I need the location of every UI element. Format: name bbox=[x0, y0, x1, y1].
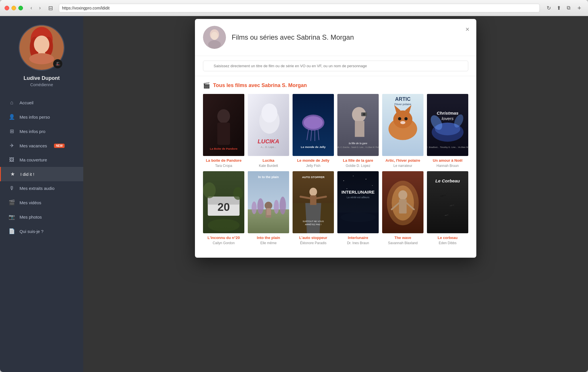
svg-point-19 bbox=[262, 103, 277, 122]
film-card-8[interactable]: In to the plain Into the plain Elle même bbox=[248, 171, 289, 245]
film-poster-4: la fille de la gare Doroth. C. Esecha...… bbox=[337, 94, 379, 156]
svg-rect-70 bbox=[266, 208, 271, 215]
film-role-7: Cailyn Gordon bbox=[203, 241, 244, 245]
svg-rect-76 bbox=[310, 195, 316, 205]
sidebar-item-accueil[interactable]: ⌂ Accueil bbox=[0, 96, 83, 110]
sidebar-item-qui-suis-je[interactable]: 📄 Qui suis-je ? bbox=[0, 224, 83, 238]
film-poster-12: Le Corbeau bbox=[427, 171, 468, 233]
film-card-2[interactable]: LUCIKA A... D. Lope... Lucika Kate Burde… bbox=[248, 94, 289, 168]
section-title: Tous les films avec Sabrina S. Morgan bbox=[213, 82, 307, 88]
microphone-icon: 🎙 bbox=[9, 185, 15, 191]
film-role-6: Hannah Bruun bbox=[427, 164, 468, 168]
sidebar-nav: ⌂ Accueil 👤 Mes infos perso ⊞ Mes infos … bbox=[0, 96, 83, 238]
modal-title: Films ou séries avec Sabrina S. Morgan bbox=[232, 33, 354, 41]
film-card-12[interactable]: Le Corbeau Le corbeau Eden Dibbs bbox=[427, 171, 468, 245]
film-card-6[interactable]: Christmas lovers Dorothy C. Bradford... … bbox=[427, 94, 468, 168]
film-card-4[interactable]: la fille de la gare Doroth. C. Esecha...… bbox=[337, 94, 379, 168]
url-bar[interactable]: https://voxingpro.com/ldidit bbox=[59, 4, 540, 12]
svg-rect-96 bbox=[399, 199, 407, 213]
new-tab-button[interactable]: + bbox=[575, 3, 583, 13]
svg-text:lovers: lovers bbox=[442, 116, 454, 121]
sidebar-item-i-did-it[interactable]: ★ I did it ! bbox=[0, 167, 83, 181]
film-card-9[interactable]: AUTO STOPPER SURTOUT NE VOUS ARRÊTEZ PAS… bbox=[293, 171, 334, 245]
film-role-2: Kate Burdett bbox=[248, 164, 289, 168]
tabs-button[interactable]: ⧉ bbox=[566, 4, 572, 12]
sidebar-item-videos[interactable]: 🎬 Mes vidéos bbox=[0, 195, 83, 210]
film-card-1[interactable]: La Boite de Pandore La boite de Pandore … bbox=[203, 94, 244, 168]
sidebar-item-audio[interactable]: 🎙 Mes extraits audio bbox=[0, 181, 83, 195]
share-button[interactable]: ⬆ bbox=[556, 4, 562, 12]
svg-text:Doroth. C. Esecha... Sarah G. : Doroth. C. Esecha... Sarah G. Lore... V.… bbox=[337, 146, 379, 148]
url-text: https://voxingpro.com/ldidit bbox=[62, 6, 110, 10]
film-card-10[interactable]: INTERLUNAIRE La vérité est ailleurs Inte… bbox=[337, 171, 379, 245]
svg-point-61 bbox=[208, 219, 240, 232]
film-title-2: Lucika bbox=[248, 158, 289, 163]
film-title-9: L'auto stoppeur bbox=[293, 236, 334, 240]
browser-actions: ↻ ⬆ ⧉ bbox=[546, 4, 572, 12]
user-title: Comédienne bbox=[30, 82, 53, 87]
svg-text:La vérité est ailleurs: La vérité est ailleurs bbox=[347, 196, 370, 199]
svg-marker-74 bbox=[305, 203, 321, 233]
person-icon: 👤 bbox=[9, 114, 15, 120]
sidebar-label-infos-perso: Mes infos perso bbox=[20, 115, 50, 119]
sidebar-label-accueil: Accueil bbox=[20, 100, 33, 105]
svg-point-44 bbox=[400, 121, 405, 124]
svg-point-13 bbox=[217, 109, 230, 123]
svg-point-6 bbox=[29, 53, 54, 64]
svg-text:In to the plain: In to the plain bbox=[258, 175, 279, 179]
plane-icon: ✈ bbox=[9, 142, 15, 149]
svg-point-10 bbox=[208, 40, 221, 49]
svg-text:l'hiver polaire: l'hiver polaire bbox=[394, 103, 411, 106]
film-role-11: Savannah Blaxland bbox=[382, 241, 423, 245]
svg-point-83 bbox=[343, 180, 344, 181]
film-poster-8: In to the plain bbox=[248, 171, 289, 233]
sidebar-item-photos[interactable]: 📷 Mes photos bbox=[0, 210, 83, 224]
film-title-7: L'inconnu du n°20 bbox=[203, 236, 244, 240]
film-card-3[interactable]: Le monde de Jelly Le monde de Jelly Jell… bbox=[293, 94, 334, 168]
sidebar-label-i-did-it: I did it ! bbox=[20, 172, 34, 177]
sidebar-item-vacances[interactable]: ✈ Mes vacances NEW bbox=[0, 138, 83, 153]
film-poster-2: LUCIKA A... D. Lope... bbox=[248, 94, 289, 156]
modal-overlay: Films ou séries avec Sabrina S. Morgan ×… bbox=[83, 16, 588, 372]
svg-point-39 bbox=[393, 111, 412, 128]
sidebar: 🎩 Ludive Dupont Comédienne ⌂ Accueil 👤 M… bbox=[0, 16, 83, 372]
search-wrapper: 🔍 bbox=[203, 61, 468, 71]
film-poster-5: ARTIC l'hiver polaire bbox=[382, 94, 423, 156]
svg-point-43 bbox=[405, 117, 408, 120]
sidebar-label-videos: Mes vidéos bbox=[20, 200, 41, 205]
modal-search-area: 🔍 bbox=[195, 56, 476, 76]
film-poster-6: Christmas lovers Dorothy C. Bradford... … bbox=[427, 94, 468, 156]
minimize-window-button[interactable] bbox=[11, 6, 16, 10]
sidebar-item-infos-perso[interactable]: 👤 Mes infos perso bbox=[0, 110, 83, 124]
svg-point-75 bbox=[310, 188, 317, 196]
sidebar-label-vacances: Mes vacances bbox=[20, 143, 47, 148]
maximize-window-button[interactable] bbox=[18, 6, 23, 10]
film-title-10: Interlunaire bbox=[337, 236, 379, 240]
refresh-button[interactable]: ↻ bbox=[546, 4, 552, 12]
film-card-7[interactable]: 20 L'inconnu du n°20 Cailyn Gordon bbox=[203, 171, 244, 245]
sidebar-item-couverture[interactable]: 🖼 Ma couverture bbox=[0, 153, 83, 167]
film-card-5[interactable]: ARTIC l'hiver polaire Artic, l'hiver pol… bbox=[382, 94, 423, 168]
svg-point-34 bbox=[363, 113, 365, 115]
briefcase-icon: ⊞ bbox=[9, 128, 15, 134]
film-search-input[interactable] bbox=[203, 61, 468, 71]
browser-content: 🎩 Ludive Dupont Comédienne ⌂ Accueil 👤 M… bbox=[0, 16, 588, 372]
svg-point-89 bbox=[341, 213, 376, 222]
svg-text:la fille de la gare: la fille de la gare bbox=[349, 142, 368, 145]
svg-text:ARRÊTEZ PAS !: ARRÊTEZ PAS ! bbox=[305, 223, 322, 226]
close-window-button[interactable] bbox=[5, 6, 9, 10]
sidebar-item-infos-pro[interactable]: ⊞ Mes infos pro bbox=[0, 124, 83, 138]
film-poster-10: INTERLUNAIRE La vérité est ailleurs bbox=[337, 171, 379, 233]
browser-titlebar: ‹ › ⊟ https://voxingpro.com/ldidit ↻ ⬆ ⧉… bbox=[0, 0, 588, 16]
sidebar-label-couverture: Ma couverture bbox=[20, 157, 47, 162]
svg-text:20: 20 bbox=[217, 201, 230, 213]
svg-text:LUCIKA: LUCIKA bbox=[258, 138, 279, 144]
back-button[interactable]: ‹ bbox=[29, 4, 34, 12]
svg-text:Dorothy C. Bradford... Timothy: Dorothy C. Bradford... Timothy G. Line..… bbox=[427, 146, 468, 149]
film-card-11[interactable]: The wave Savannah Blaxland bbox=[382, 171, 423, 245]
sidebar-toggle-button[interactable]: ⊟ bbox=[46, 3, 55, 13]
svg-point-86 bbox=[372, 185, 373, 186]
svg-text:INTERLUNAIRE: INTERLUNAIRE bbox=[341, 189, 374, 194]
modal-close-button[interactable]: × bbox=[465, 26, 469, 33]
forward-button[interactable]: › bbox=[37, 4, 42, 12]
